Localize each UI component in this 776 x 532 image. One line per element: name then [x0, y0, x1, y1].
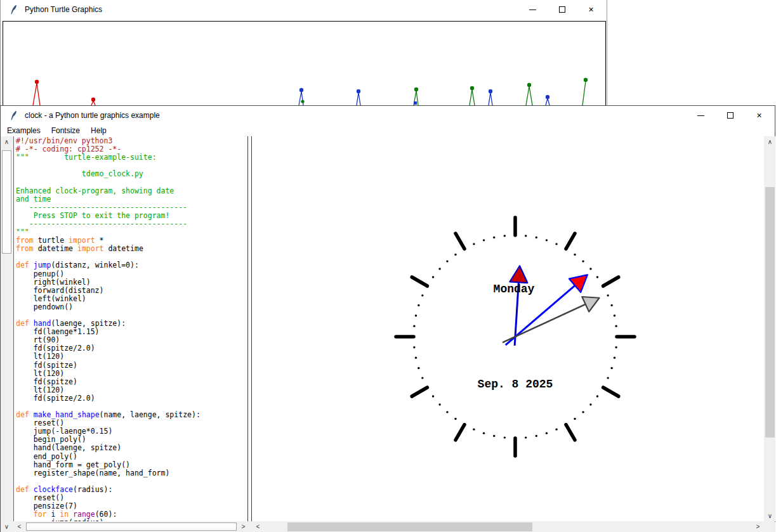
turtle-figure: [582, 78, 588, 105]
hour-mark: [603, 387, 619, 396]
code-line: fd(spitze/2.0): [16, 394, 247, 403]
scroll-right-icon[interactable]: >: [753, 522, 763, 531]
front-window-titlebar[interactable]: clock - a Python turtle graphics example…: [1, 106, 775, 125]
menubar: Examples Fontsize Help: [1, 125, 775, 136]
minute-dot: [596, 276, 598, 278]
maximize-icon[interactable]: [551, 3, 572, 16]
minute-dot: [415, 315, 417, 316]
back-window-titlebar[interactable]: Python Turtle Graphics ×: [1, 0, 607, 19]
minute-dot: [432, 276, 434, 278]
scroll-up-icon[interactable]: ∧: [765, 137, 775, 146]
minute-dot: [483, 239, 485, 241]
code-vscrollbar[interactable]: ∧ ∨: [1, 136, 13, 532]
clock-weekday: Monday: [494, 283, 535, 295]
turtle-figure: [357, 89, 360, 105]
scroll-left-icon[interactable]: <: [253, 522, 263, 531]
minute-dot: [607, 294, 608, 296]
menu-help[interactable]: Help: [89, 126, 108, 136]
python-feather-icon: [9, 4, 19, 15]
minimize-icon[interactable]: [522, 3, 543, 16]
scrollbar-corner: [765, 522, 775, 532]
source-code-pane[interactable]: #!/usr/bin/env python3# -*- coding: cp12…: [13, 136, 247, 521]
scroll-up-icon[interactable]: ∧: [2, 137, 11, 146]
minute-dot: [473, 243, 475, 245]
code-vscrollbar-thumb[interactable]: [2, 150, 11, 254]
minute-dot: [536, 237, 537, 238]
minute-dot: [589, 403, 591, 405]
minute-dot: [525, 235, 527, 237]
minute-dot: [421, 294, 423, 296]
minute-dot: [610, 367, 612, 369]
front-window-title: clock - a Python turtle graphics example: [25, 111, 160, 120]
code-line: pendown(): [16, 303, 247, 311]
turtle-figure: [414, 88, 418, 105]
minute-dot: [596, 395, 598, 397]
code-line: """ turtle-example-suite:: [16, 153, 247, 162]
minute-dot: [454, 418, 456, 420]
minute-dot: [421, 377, 423, 379]
back-window-title: Python Turtle Graphics: [25, 5, 102, 14]
minute-dot: [615, 346, 617, 348]
minute-dot: [574, 254, 575, 256]
minute-dot: [607, 377, 608, 379]
turtle-figure: [299, 88, 305, 105]
hour-mark: [412, 277, 427, 286]
minute-dot: [454, 254, 456, 256]
close-icon[interactable]: ×: [749, 108, 770, 122]
canvas-hscrollbar-thumb[interactable]: [287, 522, 532, 531]
scroll-down-icon[interactable]: ∨: [765, 511, 775, 521]
minute-dot: [614, 357, 615, 359]
code-line: ------------------------------------: [16, 220, 247, 228]
hour-mark: [412, 387, 427, 396]
turtle-figure: [470, 86, 475, 105]
minute-dot: [610, 304, 612, 306]
code-line: register_shape(name, hand_form): [16, 469, 247, 477]
canvas-hscrollbar[interactable]: < >: [252, 522, 764, 532]
minute-dot: [483, 432, 485, 434]
pane-divider: [247, 136, 252, 521]
canvas-vscrollbar[interactable]: ∧ ∨: [765, 136, 775, 521]
maximize-icon[interactable]: [720, 108, 740, 122]
minute-dot: [582, 260, 584, 262]
minute-dot: [555, 243, 557, 245]
code-hscrollbar-thumb[interactable]: [26, 522, 237, 531]
hour-mark: [566, 233, 575, 249]
code-hscrollbar[interactable]: < >: [13, 522, 249, 532]
close-icon[interactable]: ×: [581, 3, 602, 16]
minute-dot: [574, 418, 575, 420]
minute-dot: [536, 435, 537, 437]
minute-dot: [504, 436, 506, 438]
minute-dot: [415, 357, 417, 359]
menu-examples[interactable]: Examples: [6, 126, 42, 136]
screen: Python Turtle Graphics × clock - a Pytho…: [0, 0, 776, 532]
back-turtle-canvas: [3, 21, 606, 107]
minute-dot: [413, 325, 415, 327]
scroll-down-icon[interactable]: ∨: [2, 522, 11, 531]
front-window-clock-example: clock - a Python turtle graphics example…: [0, 105, 775, 532]
scroll-right-icon[interactable]: >: [239, 522, 248, 531]
turtle-figure: [526, 83, 532, 105]
minute-dot: [473, 428, 475, 430]
minute-dot: [555, 428, 557, 430]
turtle-figure: [91, 98, 95, 105]
minute-dot: [589, 268, 591, 269]
clock-date: Sep. 8 2025: [478, 378, 553, 391]
clock-drawing: MondaySep. 8 2025: [252, 136, 764, 521]
scroll-left-icon[interactable]: <: [15, 522, 24, 531]
minute-dot: [413, 346, 415, 348]
turtle-figure: [546, 95, 549, 105]
code-line: jump(radius): [16, 519, 247, 521]
minute-dot: [432, 395, 434, 397]
python-feather-icon: [9, 110, 19, 120]
minute-dot: [438, 403, 440, 405]
minimize-icon[interactable]: [690, 108, 711, 122]
minute-dot: [615, 325, 617, 327]
minute-dot: [504, 235, 506, 237]
menu-fontsize[interactable]: Fontsize: [50, 126, 81, 136]
hour-mark: [456, 233, 464, 249]
minute-dot: [525, 436, 527, 438]
clock-canvas: MondaySep. 8 2025: [252, 136, 764, 521]
code-line: tdemo_clock.py: [16, 170, 247, 178]
canvas-vscrollbar-thumb[interactable]: [765, 187, 775, 438]
hour-mark: [566, 425, 575, 440]
